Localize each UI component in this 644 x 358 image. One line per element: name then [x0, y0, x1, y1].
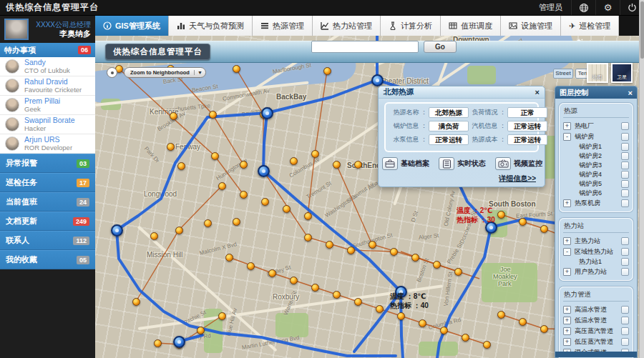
基础档案-button[interactable]: 基础档案 [382, 157, 429, 170]
zoom-to-neighborhood-dropdown[interactable]: Zoom to Neighborhood ▼ [124, 67, 206, 78]
globe-icon[interactable] [571, 0, 595, 15]
tab-GIS管理系统[interactable]: GIS管理系统 [95, 16, 169, 36]
user-card[interactable]: XXXX公司总经理 李奥纳多 [0, 16, 95, 43]
tab-计算分析[interactable]: 计算分析 [381, 16, 441, 36]
station-marker[interactable] [433, 261, 441, 269]
station-marker[interactable] [462, 334, 469, 342]
sidebar-item-联系人[interactable]: 联系人112 [0, 231, 95, 250]
station-marker[interactable] [218, 312, 226, 320]
layer-panel-close-icon[interactable]: × [628, 89, 633, 97]
expander-plus-icon[interactable]: + [563, 317, 571, 324]
expander-minus-icon[interactable]: - [563, 133, 571, 141]
map-canvas[interactable]: 供热综合信息管理平台 Go 10℃ Zoo [95, 36, 639, 358]
satellite-type-thumbnail[interactable]: 卫星 [611, 63, 633, 83]
layer-checkbox[interactable] [621, 338, 629, 346]
station-marker[interactable] [290, 277, 298, 284]
expander-plus-icon[interactable]: + [563, 306, 571, 314]
station-marker[interactable] [333, 291, 341, 299]
station-marker[interactable] [233, 218, 240, 226]
station-marker[interactable] [170, 112, 177, 120]
current-user[interactable]: 管理员 [530, 2, 571, 13]
station-marker[interactable] [240, 161, 248, 169]
tab-设施管理[interactable]: 设施管理 [501, 16, 561, 36]
expander-plus-icon[interactable]: + [563, 122, 571, 130]
station-marker[interactable] [218, 182, 226, 190]
layer-checkbox[interactable] [621, 317, 629, 324]
station-marker[interactable] [483, 341, 491, 349]
station-marker[interactable] [304, 234, 312, 242]
station-marker[interactable] [247, 262, 255, 270]
station-marker[interactable] [261, 198, 269, 206]
heat-source-node-marker[interactable] [261, 107, 273, 119]
layer-checkbox[interactable] [621, 327, 629, 335]
scrollbar-thumb[interactable] [640, 1, 644, 59]
sidebar-item-异常报警[interactable]: 异常报警03 [0, 154, 95, 173]
station-marker[interactable] [209, 111, 217, 119]
station-marker[interactable] [283, 205, 291, 213]
tab-热力站管理[interactable]: 热力站管理 [313, 16, 381, 36]
map-search-input[interactable] [311, 41, 419, 53]
station-marker[interactable] [369, 241, 376, 249]
layer-checkbox[interactable] [621, 306, 629, 314]
station-marker[interactable] [290, 157, 298, 165]
station-marker[interactable] [150, 232, 158, 240]
layer-checkbox[interactable] [621, 189, 629, 197]
station-marker[interactable] [333, 161, 341, 169]
station-marker[interactable] [154, 339, 162, 347]
sidebar-item-当前值班[interactable]: 当前值班24 [0, 192, 95, 212]
station-marker[interactable] [354, 161, 362, 169]
page-scrollbar[interactable] [639, 0, 644, 358]
list-item[interactable]: Swapnil BorateHacker [0, 115, 95, 134]
station-marker[interactable] [304, 212, 312, 220]
station-marker[interactable] [211, 152, 219, 160]
details-link[interactable]: 详细信息>> [499, 174, 536, 184]
station-marker[interactable] [497, 211, 505, 219]
station-marker[interactable] [397, 312, 405, 320]
station-marker[interactable] [519, 318, 527, 326]
list-item[interactable]: SandyCTO of Lukbuk [0, 57, 95, 76]
station-marker[interactable] [167, 143, 175, 151]
station-marker[interactable] [225, 254, 233, 262]
map-type-thumbnail[interactable]: 地图 [587, 63, 608, 83]
expander-plus-icon[interactable]: + [563, 268, 571, 276]
station-marker[interactable] [240, 191, 248, 199]
station-marker[interactable] [540, 325, 548, 333]
list-item[interactable]: Prem PillaiGeek [0, 96, 95, 115]
station-marker[interactable] [376, 305, 384, 313]
station-marker[interactable] [347, 247, 355, 254]
station-marker[interactable] [132, 298, 140, 306]
heat-source-node-marker[interactable] [371, 74, 384, 86]
sidebar-item-todo[interactable]: 特办事项 06 [0, 43, 95, 57]
station-marker[interactable] [233, 65, 240, 73]
expander-minus-icon[interactable]: - [563, 248, 571, 256]
tab-热源管理[interactable]: 热源管理 [253, 16, 313, 36]
station-marker[interactable] [454, 268, 462, 276]
layer-checkbox[interactable] [621, 268, 629, 276]
layer-checkbox[interactable] [621, 161, 629, 169]
layer-checkbox[interactable] [621, 248, 629, 256]
station-marker[interactable] [204, 219, 212, 227]
tab-天气与负荷预测[interactable]: 天气与负荷预测 [169, 16, 253, 36]
station-marker[interactable] [390, 248, 398, 256]
main-pipeline[interactable] [117, 113, 396, 356]
street-view-button[interactable]: Street [553, 69, 573, 79]
station-marker[interactable] [175, 227, 183, 234]
station-marker[interactable] [197, 327, 205, 334]
station-marker[interactable] [411, 254, 419, 262]
list-item[interactable]: Rahul DravidFavourite Cricketer [0, 76, 95, 96]
station-marker[interactable] [311, 284, 319, 292]
map-locate-control[interactable] [107, 67, 117, 78]
list-item[interactable]: Arjun URSROR Developer [0, 134, 95, 154]
tab-值班调度[interactable]: 值班调度 [441, 16, 501, 36]
station-marker[interactable] [419, 319, 426, 327]
layer-checkbox[interactable] [621, 171, 629, 179]
layer-checkbox[interactable] [621, 199, 629, 207]
station-marker[interactable] [268, 269, 276, 277]
station-marker[interactable] [519, 218, 527, 226]
heat-source-node-marker[interactable] [111, 224, 123, 237]
layer-checkbox[interactable] [621, 258, 629, 266]
layer-checkbox[interactable] [621, 237, 629, 245]
layer-checkbox[interactable] [621, 152, 629, 160]
视频监控-button[interactable]: 视频监控 [495, 157, 542, 170]
expander-plus-icon[interactable]: + [563, 338, 571, 346]
